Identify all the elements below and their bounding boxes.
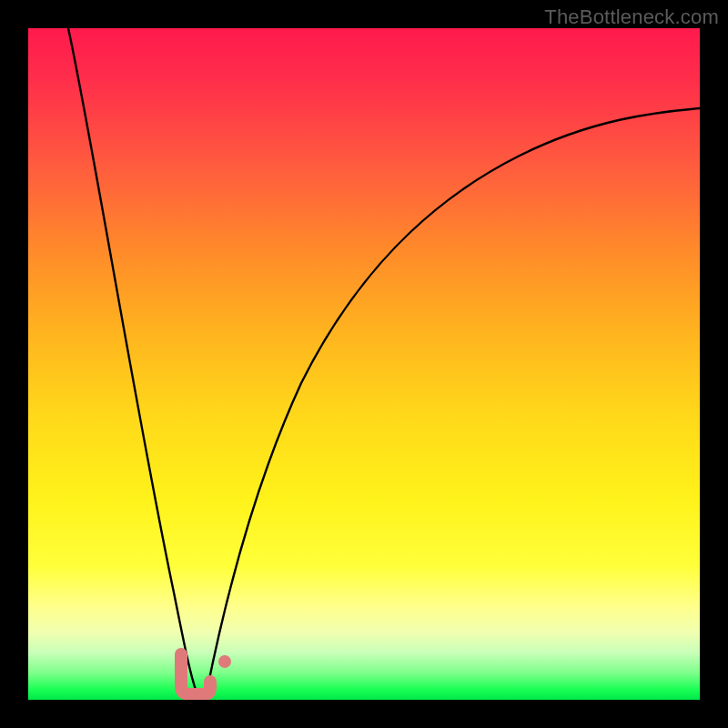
curve-layer	[28, 28, 700, 700]
right-dot	[218, 655, 231, 668]
valley-marker	[181, 654, 210, 694]
chart-frame: TheBottleneck.com	[0, 0, 728, 728]
watermark-text: TheBottleneck.com	[544, 5, 719, 29]
plot-area	[28, 28, 700, 700]
curve-right-branch	[207, 108, 700, 693]
curve-left-branch	[68, 28, 197, 693]
